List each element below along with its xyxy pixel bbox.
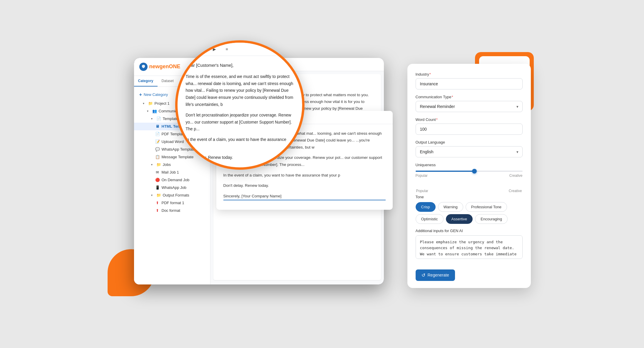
chevron-icon: ▾ — [147, 109, 150, 113]
communication-type-group: Communication Type* Renewal Reminder — [416, 95, 523, 112]
chevron-icon: ▾ — [151, 194, 155, 197]
tab-category[interactable]: Category — [134, 76, 158, 86]
users-icon: 👥 — [152, 109, 157, 114]
tone-btn-crisp[interactable]: Crisp — [416, 202, 436, 212]
scene: newgenONE Category Dataset Asset New Cat… — [116, 34, 528, 314]
magnified-para3: In the event of a claim, you want to hav… — [186, 136, 294, 150]
message-icon: 📋 — [155, 155, 160, 159]
word-icon: 📝 — [155, 139, 160, 144]
logo-text: newgenONE — [149, 64, 180, 70]
magnified-content: Dear [Customer's Name], Time is of the e… — [178, 56, 302, 170]
magnified-toolbar: Image 🔗 ▶ ≡ — [178, 43, 302, 56]
slider-creative-label: Creative — [509, 174, 523, 178]
output-icon: 📁 — [156, 193, 161, 198]
mail-icon: ✉ — [155, 170, 160, 175]
slider-fill — [416, 171, 474, 172]
uniqueness-label: Uniqueness — [416, 163, 523, 167]
tree-on-demand-job[interactable]: 🔴 On Demand Job — [134, 176, 210, 184]
word-count-group: Word Count* — [416, 117, 523, 135]
tree-pdf-format1[interactable]: ⬆ PDF format 1 — [134, 199, 210, 207]
demand-icon: 🔴 — [155, 178, 160, 182]
tone-btn-assertive[interactable]: Assertive — [446, 214, 473, 224]
second-para3: In the event of a claim, you want to hav… — [223, 172, 386, 179]
tone-buttons-row2: Optimistic Assertive Encouraging — [416, 214, 523, 224]
slider-thumb[interactable] — [472, 169, 477, 174]
output-language-select[interactable]: English — [416, 146, 523, 157]
doc-icon: ⬆ — [155, 208, 160, 213]
second-signature: Sincerely, [Your Company Name] — [223, 193, 386, 200]
output-language-label: Output Language — [416, 140, 523, 144]
tree-jobs[interactable]: ▾ 📁 Jobs — [134, 161, 210, 169]
bg-uniqueness-labels: Popular Creative — [416, 189, 523, 193]
pdf-format-icon: ⬆ — [155, 201, 160, 205]
tree-whatsapp-job[interactable]: 📱 WhatsApp Job — [134, 184, 210, 192]
pdf-icon: 📄 — [155, 132, 160, 136]
tree-mail-job1[interactable]: ✉ Mail Job 1 — [134, 169, 210, 176]
communication-type-select[interactable]: Renewal Reminder — [416, 101, 523, 112]
output-language-group: Output Language English — [416, 140, 523, 157]
magnified-salutation: Dear [Customer's Name], — [186, 62, 294, 69]
slider-popular-label: Popular — [416, 174, 428, 178]
tone-btn-warning[interactable]: Warning — [438, 202, 463, 212]
magnified-link-btn[interactable]: 🔗 — [198, 45, 206, 53]
communication-type-wrapper: Renewal Reminder — [416, 101, 523, 112]
industry-label: Industry* — [416, 72, 523, 76]
folder-icon: 📄 — [156, 116, 161, 121]
whatsapp-job-icon: 📱 — [155, 185, 160, 190]
right-panel: Industry* Communication Type* Renewal Re… — [407, 64, 531, 288]
chevron-icon: ▾ — [151, 163, 155, 166]
tree-output-formats[interactable]: ▾ 📁 Output Formats — [134, 192, 210, 199]
tree-doc-format[interactable]: ⬆ Doc format — [134, 207, 210, 214]
uniqueness-group: Uniqueness Popular Creative — [416, 163, 523, 184]
word-count-label: Word Count* — [416, 117, 523, 122]
magnified-para1: Time is of the essence, and we must act … — [186, 73, 294, 108]
tone-label: Tone — [416, 195, 523, 199]
magnified-image-label: Image — [183, 47, 194, 51]
jobs-icon: 📁 — [156, 162, 161, 167]
communication-type-label: Communication Type* — [416, 95, 523, 99]
tone-btn-encouraging[interactable]: Encouraging — [475, 214, 508, 224]
magnified-circle: Image 🔗 ▶ ≡ Dear [Customer's Name], Time… — [175, 40, 305, 170]
whatsapp-icon: 💬 — [155, 147, 160, 152]
chevron-icon: ▾ — [143, 102, 146, 105]
tab-dataset[interactable]: Dataset — [158, 76, 178, 86]
regenerate-button[interactable]: Regenerate — [416, 269, 455, 281]
slider-labels: Popular Creative — [416, 174, 523, 178]
tone-section: Tone Crisp Warning Professional Tone Opt… — [416, 195, 523, 224]
magnified-para2: Don't let procrastination jeopardize you… — [186, 112, 294, 133]
magnified-play-btn[interactable]: ▶ — [210, 45, 219, 53]
uniqueness-slider[interactable]: Popular Creative — [416, 169, 523, 184]
industry-group: Industry* — [416, 72, 523, 89]
output-language-wrapper: English — [416, 146, 523, 157]
additional-inputs-label: Additional inputs for GEN AI — [416, 229, 523, 233]
chevron-icon: ▾ — [151, 117, 155, 120]
second-para4: Don't delay. Renew today. — [223, 182, 386, 189]
logo-icon — [139, 63, 148, 71]
additional-inputs-textarea[interactable]: Please emphasize the urgency and the con… — [416, 235, 523, 259]
tone-btn-professional[interactable]: Professional Tone — [466, 202, 507, 212]
industry-input[interactable] — [416, 78, 523, 89]
slider-track — [416, 171, 523, 172]
html-icon: 🖥 — [155, 124, 160, 129]
tone-btn-optimistic[interactable]: Optimistic — [416, 214, 444, 224]
folder-icon: 📁 — [148, 101, 153, 106]
magnified-align-btn[interactable]: ≡ — [223, 45, 231, 53]
tone-buttons-row1: Crisp Warning Professional Tone — [416, 202, 523, 212]
word-count-input[interactable] — [416, 124, 523, 135]
additional-inputs-group: Additional inputs for GEN AI Please emph… — [416, 229, 523, 260]
